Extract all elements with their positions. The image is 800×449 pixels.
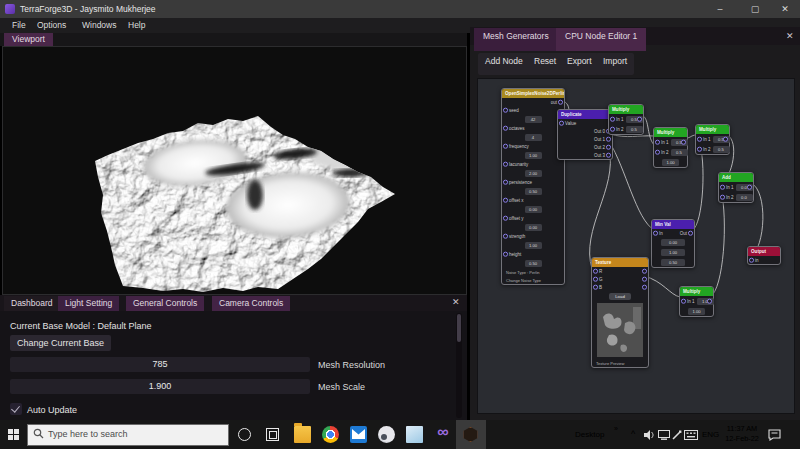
node-value[interactable]: 1.00 bbox=[662, 159, 679, 166]
node-value[interactable]: 0.00 bbox=[661, 239, 685, 246]
node-texture[interactable]: TextureRGBLoadTexture Preview bbox=[591, 257, 649, 368]
node-pin-icon[interactable] bbox=[503, 180, 508, 185]
node-multiply-2[interactable]: MultiplyIn 10.5In 20.51.00 bbox=[653, 127, 688, 168]
menu-help[interactable]: Help bbox=[128, 20, 145, 30]
volume-icon[interactable] bbox=[644, 430, 655, 440]
node-pin-icon[interactable] bbox=[697, 137, 702, 142]
auto-update-checkbox[interactable] bbox=[10, 403, 22, 415]
node-pin-icon[interactable] bbox=[681, 140, 686, 145]
node-pin-icon[interactable] bbox=[610, 127, 615, 132]
node-pin-icon[interactable] bbox=[642, 285, 647, 290]
node-pin-icon[interactable] bbox=[655, 140, 660, 145]
node-pin-icon[interactable] bbox=[593, 269, 598, 274]
menu-file[interactable]: File bbox=[12, 20, 26, 30]
export-button[interactable]: Export bbox=[560, 53, 599, 75]
node-pin-icon[interactable] bbox=[606, 137, 611, 142]
node-param-value[interactable]: 4 bbox=[525, 134, 542, 141]
tray-clock[interactable]: 11:37 AM 12-Feb-22 bbox=[722, 424, 762, 444]
mesh-resolution-input[interactable]: 785 bbox=[10, 357, 310, 372]
node-param-value[interactable]: 1.00 bbox=[525, 242, 542, 249]
mail-icon[interactable] bbox=[350, 426, 367, 443]
mesh-scale-input[interactable]: 1.900 bbox=[10, 379, 310, 394]
tray-overflow-icon[interactable]: » bbox=[614, 425, 618, 432]
node-pin-icon[interactable] bbox=[559, 121, 564, 126]
tab-cpu-node-editor[interactable]: CPU Node Editor 1 bbox=[556, 28, 646, 51]
tab-mesh-generators[interactable]: Mesh Generators bbox=[474, 28, 558, 51]
task-view-icon[interactable] bbox=[266, 428, 279, 441]
change-current-base-button[interactable]: Change Current Base bbox=[10, 335, 111, 351]
node-pin-icon[interactable] bbox=[655, 150, 660, 155]
node-pin-icon[interactable] bbox=[503, 234, 508, 239]
node-pin-icon[interactable] bbox=[593, 285, 598, 290]
pen-icon[interactable] bbox=[672, 430, 682, 440]
node-pin-icon[interactable] bbox=[707, 299, 712, 304]
node-pin-icon[interactable] bbox=[503, 108, 508, 113]
node-pin-icon[interactable] bbox=[558, 100, 563, 105]
node-param-value[interactable]: 0.5 bbox=[713, 146, 730, 153]
node-editor-close-icon[interactable]: ✕ bbox=[786, 31, 794, 41]
dashboard-scrollbar-thumb[interactable] bbox=[457, 314, 461, 342]
menu-options[interactable]: Options bbox=[37, 20, 66, 30]
node-open-simplex-noise[interactable]: OpenSimplexNoise2DPerlinoutseed42octaves… bbox=[501, 88, 565, 285]
viewport-3d-render[interactable] bbox=[2, 46, 467, 295]
file-explorer-icon[interactable] bbox=[294, 426, 311, 443]
node-pin-icon[interactable] bbox=[747, 185, 752, 190]
close-button[interactable]: ✕ bbox=[770, 0, 800, 18]
node-pin-icon[interactable] bbox=[503, 216, 508, 221]
add-node-button[interactable]: Add Node bbox=[478, 53, 530, 75]
node-duplicate[interactable]: DuplicateValueOut 0Out 1Out 2Out 3 bbox=[557, 109, 613, 160]
cortana-icon[interactable] bbox=[238, 428, 251, 441]
tray-desktop-label[interactable]: Desktop bbox=[575, 430, 604, 439]
node-pin-icon[interactable] bbox=[610, 117, 615, 122]
network-icon[interactable] bbox=[658, 430, 670, 440]
node-pin-icon[interactable] bbox=[637, 117, 642, 122]
notepad-icon[interactable] bbox=[406, 426, 423, 443]
node-value[interactable]: 1.00 bbox=[661, 249, 685, 256]
tray-language-label[interactable]: ENG bbox=[702, 430, 719, 439]
node-pin-icon[interactable] bbox=[720, 185, 725, 190]
node-pin-icon[interactable] bbox=[653, 231, 658, 236]
tab-viewport[interactable]: Viewport bbox=[4, 33, 53, 46]
node-pin-icon[interactable] bbox=[681, 299, 686, 304]
maximize-button[interactable]: ▢ bbox=[740, 0, 770, 18]
keyboard-icon[interactable] bbox=[684, 430, 698, 440]
node-pin-icon[interactable] bbox=[688, 231, 693, 236]
node-pin-icon[interactable] bbox=[606, 145, 611, 150]
node-pin-icon[interactable] bbox=[503, 144, 508, 149]
node-pin-icon[interactable] bbox=[697, 147, 702, 152]
node-pin-icon[interactable] bbox=[642, 277, 647, 282]
node-pin-icon[interactable] bbox=[642, 269, 647, 274]
node-output[interactable]: Outputin bbox=[747, 246, 781, 265]
node-pin-icon[interactable] bbox=[723, 137, 728, 142]
action-center-icon[interactable] bbox=[768, 429, 781, 441]
chrome-icon[interactable] bbox=[322, 426, 339, 443]
dashboard-close-icon[interactable]: ✕ bbox=[452, 297, 460, 307]
node-multiply-3[interactable]: MultiplyIn 10.5In 20.5 bbox=[695, 124, 730, 155]
node-pin-icon[interactable] bbox=[503, 198, 508, 203]
tray-show-hidden-icon[interactable]: ^ bbox=[631, 429, 635, 439]
node-load-button[interactable]: Load bbox=[609, 293, 631, 300]
node-param-value[interactable]: 0.00 bbox=[525, 206, 542, 213]
reset-button[interactable]: Reset bbox=[527, 53, 563, 75]
minimize-button[interactable]: – bbox=[705, 0, 735, 18]
node-multiply-1[interactable]: MultiplyIn 10.5In 20.5 bbox=[608, 104, 644, 135]
node-pin-icon[interactable] bbox=[503, 252, 508, 257]
node-param-value[interactable]: 0.5 bbox=[626, 126, 643, 133]
node-pin-icon[interactable] bbox=[503, 126, 508, 131]
node-pin-icon[interactable] bbox=[749, 258, 754, 263]
menu-windows[interactable]: Windows bbox=[82, 20, 116, 30]
steam-icon[interactable] bbox=[378, 426, 395, 443]
node-pin-icon[interactable] bbox=[720, 195, 725, 200]
node-param-value[interactable]: 2.00 bbox=[525, 170, 542, 177]
node-add[interactable]: AddIn 10.0In 20.0 bbox=[718, 172, 754, 203]
node-value[interactable]: 1.00 bbox=[688, 308, 705, 315]
node-param-value[interactable]: 0.00 bbox=[525, 224, 542, 231]
titlebar[interactable]: TerraForge3D - Jaysmito Mukherjee – ▢ ✕ bbox=[0, 0, 800, 18]
node-canvas[interactable]: OpenSimplexNoise2DPerlinoutseed42octaves… bbox=[477, 78, 795, 414]
node-multiply-4[interactable]: MultiplyIn 11.01.00 bbox=[679, 286, 714, 317]
import-button[interactable]: Import bbox=[596, 53, 634, 75]
node-param-value[interactable]: 0.5 bbox=[671, 149, 688, 156]
node-pin-icon[interactable] bbox=[606, 153, 611, 158]
node-param-value[interactable]: 1.00 bbox=[525, 152, 542, 159]
node-param-value[interactable]: 0.50 bbox=[525, 260, 542, 267]
